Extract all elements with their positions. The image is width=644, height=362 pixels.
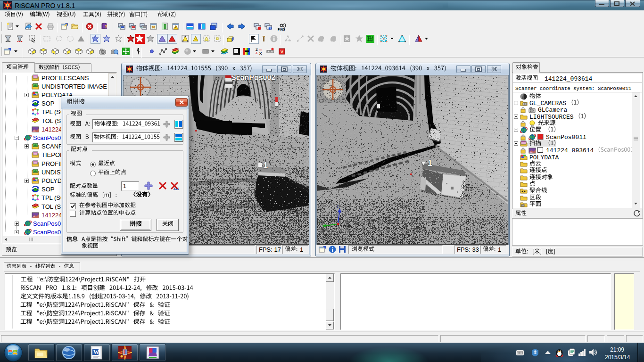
svg-text:1: 1 bbox=[428, 158, 432, 168]
svg-text:?: ? bbox=[105, 24, 107, 29]
svg-text:z: z bbox=[337, 204, 339, 209]
svg-text:X: X bbox=[259, 51, 262, 55]
svg-text:?: ? bbox=[269, 27, 271, 30]
svg-text:V: V bbox=[281, 49, 283, 54]
svg-text:1: 1 bbox=[263, 161, 268, 170]
svg-text:Z: Z bbox=[256, 48, 258, 52]
svg-text:W: W bbox=[93, 349, 99, 355]
svg-text:ScanPos002: ScanPos002 bbox=[231, 75, 275, 82]
svg-text:ALL: ALL bbox=[173, 187, 179, 190]
svg-text:y: y bbox=[319, 220, 321, 224]
